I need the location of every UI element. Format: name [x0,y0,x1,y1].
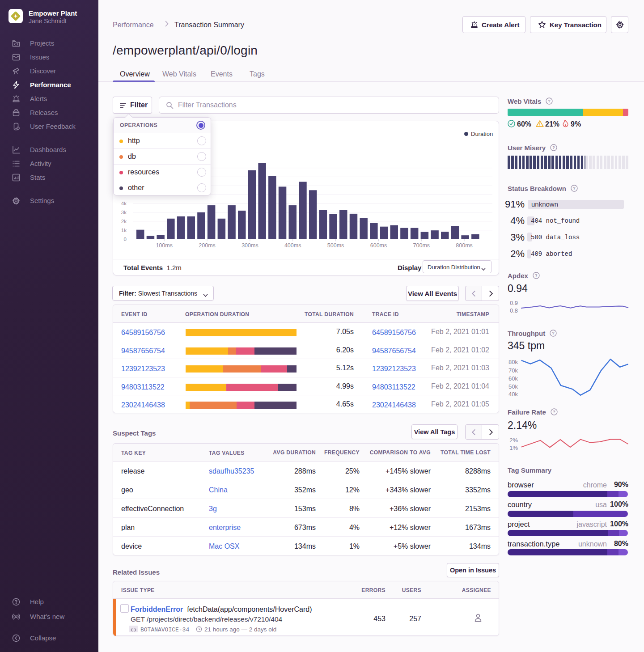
svg-text:1%: 1% [509,445,518,451]
svg-text:4k: 4k [121,201,127,206]
svg-text:?: ? [535,273,538,278]
svg-text:70k: 70k [508,367,518,374]
svg-text:800ms: 800ms [456,242,473,249]
svg-text:600ms: 600ms [370,242,387,249]
svg-text:0: 0 [124,237,127,242]
svg-text:1k: 1k [121,228,127,233]
svg-text:?: ? [573,186,576,191]
svg-text:200ms: 200ms [199,242,216,249]
svg-text:?: ? [548,98,551,103]
svg-text:2%: 2% [509,437,518,444]
svg-text:0.9: 0.9 [510,300,518,306]
svg-text:700ms: 700ms [413,242,430,249]
svg-text:40k: 40k [508,391,518,398]
svg-text:?: ? [552,145,555,150]
svg-text:100ms: 100ms [156,242,173,249]
svg-text:500ms: 500ms [327,242,344,249]
svg-text:3k: 3k [121,210,127,215]
svg-text:0.8: 0.8 [510,307,518,314]
svg-text:?: ? [552,330,555,335]
svg-text:?: ? [553,409,555,414]
svg-text:50k: 50k [508,383,518,390]
svg-text:300ms: 300ms [242,242,258,249]
svg-text:2k: 2k [121,219,127,224]
svg-text:80k: 80k [508,359,518,365]
svg-text:60k: 60k [508,375,518,382]
svg-text:400ms: 400ms [284,242,301,249]
